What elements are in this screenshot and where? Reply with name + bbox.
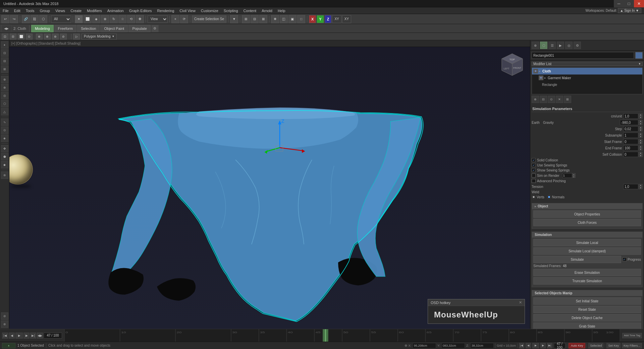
set-initial-state-button[interactable]: Set Initial State xyxy=(533,297,641,305)
truncate-simulation-button[interactable]: Truncate Simulation xyxy=(533,277,641,285)
left-icon-4[interactable]: ⊞ xyxy=(1,65,8,73)
menu-arnold[interactable]: Arnold xyxy=(259,8,275,13)
next-frame-button[interactable]: ▶ xyxy=(23,333,30,339)
auto-key-button[interactable]: Auto Key xyxy=(569,343,586,348)
modifier-list-header[interactable]: Modifier List ▼ xyxy=(532,62,643,66)
select-button[interactable]: ✦ xyxy=(75,15,83,23)
left-icon-18[interactable]: ⊚ xyxy=(1,320,8,328)
timeline-track[interactable]: 0 10 20 30 35 40 45 50 55 xyxy=(64,329,620,342)
normals-radio[interactable]: Normals xyxy=(547,195,565,199)
select-link-button[interactable]: 🔗 xyxy=(22,15,30,23)
menu-create[interactable]: Create xyxy=(68,8,84,13)
mod-icon-7[interactable]: ⊛ xyxy=(52,34,59,40)
menu-group[interactable]: Group xyxy=(37,8,53,13)
axis-x-button[interactable]: X xyxy=(309,15,316,23)
start-frame-input[interactable] xyxy=(623,139,638,144)
subsample-input[interactable] xyxy=(623,133,638,138)
render-setup-button[interactable]: ❋ xyxy=(271,15,279,23)
mod-icon-8[interactable]: ⊘ xyxy=(60,34,67,40)
end-frame-up[interactable]: ▲ xyxy=(639,145,643,148)
advanced-pinching-check[interactable]: Advanced Pinching xyxy=(532,179,643,183)
show-sewing-springs-check[interactable]: ✓ Show Sewing Springs xyxy=(532,168,643,172)
delete-object-cache-button[interactable]: Delete Object Cache xyxy=(533,314,641,321)
reset-state-button[interactable]: Reset State xyxy=(533,306,641,313)
simulate-local-button[interactable]: Simulate Local xyxy=(533,239,641,246)
step-up[interactable]: ▲ xyxy=(639,126,643,129)
stack-btn-3[interactable]: ⊙ xyxy=(548,96,555,103)
osd-title-bar[interactable]: OSD hotkey ✕ xyxy=(428,299,525,306)
play-button[interactable]: ▶ xyxy=(15,333,23,339)
x-coord[interactable]: 95,208cm xyxy=(413,343,436,348)
prev-frame-button[interactable]: ◀ xyxy=(9,333,15,339)
object-name-input[interactable] xyxy=(532,52,634,59)
tab-populate[interactable]: Populate xyxy=(128,25,150,32)
rp-icon-display[interactable]: ◎ xyxy=(565,42,573,49)
reference-coord-dropdown[interactable]: View xyxy=(148,15,168,23)
rp-icon-hierarchy[interactable]: ☰ xyxy=(548,42,556,49)
play-mode-button[interactable]: ◀▶ xyxy=(37,333,43,339)
rp-icon-utilities[interactable]: ⚙ xyxy=(574,42,581,49)
sim-render-down[interactable]: ▼ xyxy=(572,176,576,178)
tab-modeling[interactable]: Modeling xyxy=(31,25,54,32)
window-controls[interactable]: ─ □ ✕ xyxy=(614,0,644,7)
bind-space-warp-button[interactable]: ⬡ xyxy=(39,15,47,23)
next-frame-status[interactable]: ▶ xyxy=(540,343,546,348)
simulate-local-damped-button[interactable]: Simulate Local (damped) xyxy=(533,247,641,255)
verts-radio[interactable]: Verts xyxy=(532,195,544,199)
tab-freeform[interactable]: Freeform xyxy=(54,25,77,32)
menu-edit[interactable]: Edit xyxy=(11,8,23,13)
subsample-up[interactable]: ▲ xyxy=(639,133,643,135)
left-icon-9[interactable]: △ xyxy=(1,108,8,115)
prev-frame-status[interactable]: ◀ xyxy=(526,343,531,348)
set-key-button[interactable]: Set Key xyxy=(606,343,621,348)
left-icons-group[interactable]: ◀▶ xyxy=(1,25,11,32)
menu-scripting[interactable]: Scripting xyxy=(221,8,241,13)
simulate-button[interactable]: Simulate xyxy=(533,256,621,263)
mod-icon-6[interactable]: ⊗ xyxy=(44,34,51,40)
left-icon-10[interactable]: ∿ xyxy=(1,118,8,126)
self-collision-input[interactable] xyxy=(623,152,638,157)
stack-btn-4[interactable]: ✕ xyxy=(556,96,563,103)
axis-xy2-button[interactable]: XY xyxy=(342,15,351,23)
mod-icon-3[interactable]: ⬜ xyxy=(18,34,24,40)
erase-simulation-button[interactable]: Erase Simulation xyxy=(533,269,641,276)
self-collision-down[interactable]: ▼ xyxy=(639,154,643,157)
polygon-modeling-dropdown[interactable]: Polygon Modeling▼ xyxy=(82,34,117,40)
mod-icon-2[interactable]: ⊟ xyxy=(10,34,16,40)
rp-icon-modify[interactable]: ⬡ xyxy=(540,42,547,49)
minimize-button[interactable]: ─ xyxy=(614,0,624,7)
object-properties-button[interactable]: Object Properties xyxy=(533,210,641,218)
stack-btn-5[interactable]: ⊞ xyxy=(564,96,571,103)
object-color-swatch[interactable] xyxy=(635,52,643,59)
menu-modifiers[interactable]: Modifiers xyxy=(84,8,105,13)
goto-end-button[interactable]: ▶| xyxy=(30,333,36,339)
tension-down[interactable]: ▼ xyxy=(639,187,643,189)
solid-collision-check[interactable]: ✓ Solid Collision xyxy=(532,158,643,162)
y-coord[interactable]: 083,32cm xyxy=(441,343,465,348)
sim-on-render-value[interactable] xyxy=(562,173,572,178)
left-icon-14[interactable]: ⬟ xyxy=(1,153,8,160)
tension-input[interactable] xyxy=(623,184,638,189)
tab-object-paint[interactable]: Object Paint xyxy=(100,25,128,32)
mod-visibility-icon[interactable]: 👁 xyxy=(533,69,538,73)
navigation-cube[interactable]: TOP FRONT LEFT xyxy=(500,52,525,77)
gravity-up[interactable]: ▲ xyxy=(639,120,643,122)
left-icon-17[interactable]: ⊘ xyxy=(1,312,8,320)
start-frame-up[interactable]: ▲ xyxy=(639,139,643,142)
left-icon-16[interactable]: ⊛ xyxy=(1,171,8,179)
signin-button[interactable]: ▲ Sign In ▼ xyxy=(618,8,641,13)
select-all-button[interactable]: ◈ xyxy=(92,15,100,23)
create-selection-button[interactable]: Create Selection Se xyxy=(192,15,226,23)
active-shade-button[interactable]: ▣ xyxy=(288,15,297,23)
named-sel-dropdown[interactable]: ▼ xyxy=(230,15,238,23)
select-region-button[interactable]: ⬜ xyxy=(84,15,92,23)
menu-graph-editors[interactable]: Graph Editors xyxy=(126,8,155,13)
unlink-button[interactable]: ⛓ xyxy=(31,15,39,23)
frame-number-display[interactable]: 47 / 100 xyxy=(554,343,566,348)
goto-start-button[interactable]: |◀ xyxy=(2,333,8,339)
menu-content[interactable]: Content xyxy=(241,8,259,13)
render-frame-button[interactable]: □ xyxy=(297,15,305,23)
mod-icon-1[interactable]: ⊡ xyxy=(2,34,8,40)
menu-customize[interactable]: Customize xyxy=(198,8,221,13)
move-button[interactable]: ⊕ xyxy=(101,15,109,23)
